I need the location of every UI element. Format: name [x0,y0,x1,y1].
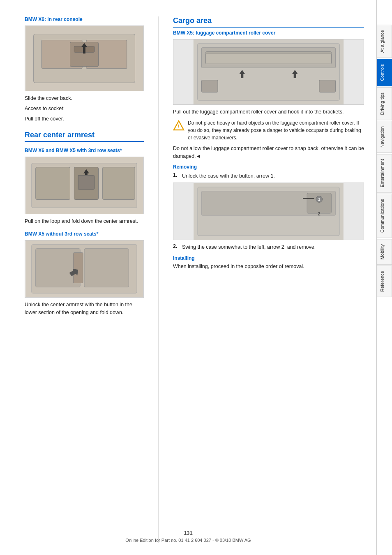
step-1: 1. Unlock the case with the button, arro… [173,172,364,180]
bmw-x6-rear-console-section: BMW X6: in rear console [25,16,144,123]
sidebar-tab-communications[interactable]: Communications [377,194,392,238]
installing-label: Installing [173,255,364,261]
step-1-text: Unlock the case with the button, arrow 1… [182,172,275,180]
roller-cover-image [173,39,364,105]
x6-rear-console-subtitle: BMW X6: in rear console [25,16,144,22]
footer-text: Online Edition for Part no. 01 41 2 604 … [0,538,376,543]
x5-armrest-text: Unlock the center armrest with the butto… [25,301,144,317]
svg-text:!: ! [178,123,180,130]
page-footer: 131 Online Edition for Part no. 01 41 2 … [0,530,376,543]
svg-rect-24 [205,53,331,54]
sidebar-tab-navigation[interactable]: Navigation [377,121,392,153]
chapter-sidebar: At a glance Controls Driving tips Naviga… [376,0,392,555]
cargo-area-title: Cargo area [173,16,364,28]
warning-icon: ! [173,120,184,132]
x5-no-3rd-row-image [25,240,144,298]
sidebar-tab-reference[interactable]: Reference [377,266,392,297]
rear-center-armrest-title: Rear center armrest [25,131,144,142]
cargo-subtitle: BMW X5: luggage compartment roller cover [173,30,364,36]
warning-block: ! Do not place heavy or hard objects on … [173,119,364,141]
column-divider [158,16,159,543]
x5-no-3rd-row-subtitle: BMW X5 without 3rd row seats* [25,231,144,237]
svg-rect-28 [319,80,336,92]
page-number: 131 [0,530,376,536]
step-2-text: Swing the case somewhat to the left, arr… [182,243,316,251]
sidebar-tab-mobility[interactable]: Mobility [377,239,392,265]
sidebar-tab-entertainment[interactable]: Entertainment [377,154,392,192]
x6-armrest-text: Pull on the loop and fold down the cente… [25,217,144,225]
x6-x5-3rd-row-subtitle: BMW X6 and BMW X5 with 3rd row seats* [25,148,144,153]
installing-text: When installing, proceed in the opposite… [173,263,364,271]
warning-text: Do not place heavy or hard objects on th… [188,119,364,141]
access-socket-text: Access to socket: [25,105,144,113]
pull-out-text: Pull out the luggage compartment roller … [173,108,364,116]
slide-cover-text: Slide the cover back. [25,95,144,102]
step-2: 2. Swing the case somewhat to the left, … [173,243,364,251]
svg-rect-18 [73,253,83,283]
removing-label: Removing [173,164,364,170]
svg-rect-11 [102,167,135,200]
pull-off-text: Pull off the cover. [25,115,144,123]
svg-text:1: 1 [318,197,321,201]
x6-armrest-image [25,157,144,214]
x6-rear-console-image [25,25,144,91]
removing-image: 1 2 [173,183,364,240]
svg-rect-27 [202,80,218,92]
snap-back-text: Do not allow the luggage compartment rol… [173,145,364,160]
sidebar-tab-driving-tips[interactable]: Driving tips [377,87,392,120]
step-2-number: 2. [173,243,180,251]
sidebar-tab-at-a-glance[interactable]: At a glance [377,25,392,58]
svg-rect-17 [84,249,129,287]
sidebar-tab-controls[interactable]: Controls [377,59,392,86]
right-column: Cargo area BMW X5: luggage compartment r… [173,16,364,543]
step-1-number: 1. [173,172,180,180]
svg-rect-12 [78,176,94,190]
svg-text:2: 2 [318,211,321,216]
svg-rect-9 [36,167,70,200]
